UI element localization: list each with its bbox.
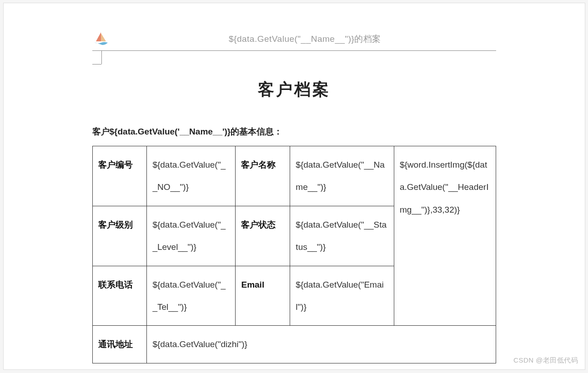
- table-row: 客户编号 ${data.GetValue("__NO__")} 客户名称 ${d…: [92, 146, 496, 206]
- document-page: ${data.GetValue("__Name__")}的档案 客户档案 客户$…: [3, 3, 585, 370]
- basic-info-heading: 客户${data.GetValue('__Name__')}的基本信息：: [92, 126, 496, 138]
- cell-value-customer-no: ${data.GetValue("__NO__")}: [147, 146, 236, 206]
- header-divider: [92, 50, 496, 69]
- sailboat-logo-icon: [92, 30, 110, 48]
- table-row: 通讯地址 ${data.GetValue("dizhi")}: [92, 326, 496, 363]
- cell-label-customer-no: 客户编号: [92, 146, 147, 206]
- document-title: 客户档案: [92, 79, 496, 101]
- watermark: CSDN @老田低代码: [513, 356, 578, 365]
- cell-value-customer-status: ${data.GetValue("__Status__")}: [290, 206, 394, 266]
- cell-header-image: ${word.InsertImg(${data.GetValue("__Head…: [394, 146, 496, 326]
- cell-value-customer-name: ${data.GetValue("__Name__")}: [290, 146, 394, 206]
- cell-value-customer-level: ${data.GetValue("__Level__")}: [147, 206, 236, 266]
- cell-label-email: Email: [236, 266, 290, 326]
- cell-label-customer-name: 客户名称: [236, 146, 290, 206]
- cell-label-address: 通讯地址: [92, 326, 147, 363]
- cell-label-customer-status: 客户状态: [236, 206, 290, 266]
- cell-label-tel: 联系电话: [92, 266, 147, 326]
- page-header: ${data.GetValue("__Name__")}的档案: [92, 30, 496, 48]
- header-title: ${data.GetValue("__Name__")}的档案: [114, 33, 496, 45]
- cell-label-customer-level: 客户级别: [92, 206, 147, 266]
- cell-value-address: ${data.GetValue("dizhi")}: [147, 326, 496, 363]
- cell-value-tel: ${data.GetValue("__Tel__")}: [147, 266, 236, 326]
- customer-info-table: 客户编号 ${data.GetValue("__NO__")} 客户名称 ${d…: [92, 146, 496, 363]
- cell-value-email: ${data.GetValue("Email")}: [290, 266, 394, 326]
